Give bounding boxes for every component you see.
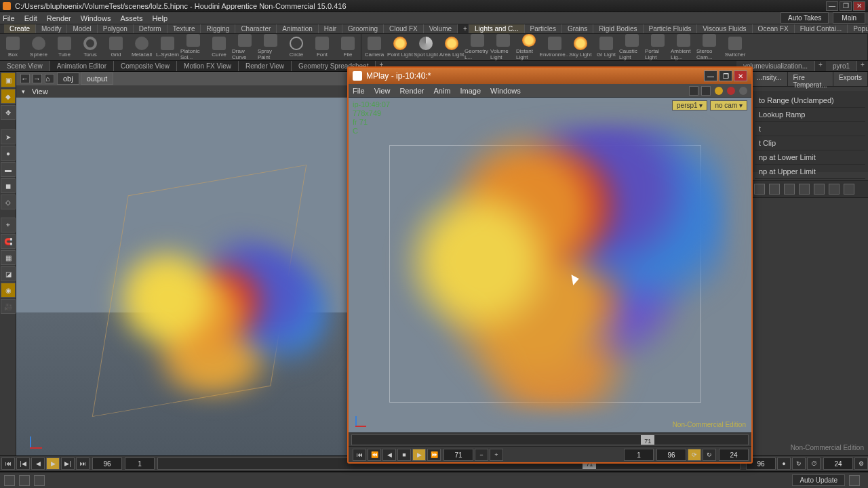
shelf-tab-hair[interactable]: Hair	[319, 24, 342, 33]
crumb-output[interactable]: output	[81, 73, 114, 85]
tool-box[interactable]: Box	[0, 34, 26, 60]
mplay-play-icon[interactable]: ▶	[412, 449, 426, 461]
pane-tab-sceneview[interactable]: Scene View	[0, 61, 50, 71]
snap-tool-icon[interactable]: ⌖	[1, 218, 16, 232]
param-row[interactable]: to Range (Unclamped)	[755, 94, 865, 108]
shelf-tab-grooming[interactable]: Grooming	[342, 24, 384, 33]
mplay-menu-file[interactable]: File	[353, 87, 365, 95]
mplay-fps[interactable]: 24	[719, 449, 749, 461]
tool-tube[interactable]: Tube	[52, 34, 77, 60]
param-row[interactable]: t Clip	[755, 136, 865, 150]
shelf-tab-polygon[interactable]: Polygon	[98, 24, 134, 33]
tl-next-icon[interactable]: ▶|	[61, 458, 75, 470]
tl-start-field[interactable]: 1	[125, 458, 155, 470]
mplay-end[interactable]: 96	[656, 449, 686, 461]
tool-vollight[interactable]: Volume Light	[490, 34, 516, 60]
tl-prevkey-icon[interactable]: |◀	[16, 458, 30, 470]
mplay-status-dot[interactable]	[727, 87, 735, 95]
tl-opts-icon[interactable]: ⚙	[854, 458, 868, 470]
tool-torus[interactable]: Torus	[77, 34, 103, 60]
vertex-tool-icon[interactable]: ◇	[1, 195, 16, 209]
menu-assets[interactable]: Assets	[120, 14, 142, 22]
status-icon[interactable]	[19, 475, 30, 486]
param-icon[interactable]	[799, 184, 810, 195]
shelf-tab-viscous[interactable]: Viscous Fluids	[697, 24, 752, 33]
param-icon[interactable]	[814, 184, 825, 195]
param-row[interactable]: np at Lower Limit	[755, 150, 865, 165]
display-tool-icon[interactable]: ◉	[1, 283, 16, 298]
status-icon[interactable]	[4, 475, 15, 486]
view-label[interactable]: View	[32, 87, 48, 96]
mplay-menu-image[interactable]: Image	[460, 87, 481, 95]
shelf-tab-populate[interactable]: Populate Con...	[848, 24, 868, 33]
tl-loop-icon[interactable]: ↻	[792, 458, 806, 470]
pane-tab-motion[interactable]: Motion FX View	[177, 61, 239, 71]
mplay-tool-icon[interactable]	[689, 86, 698, 96]
mplay-menu-view[interactable]: View	[374, 87, 391, 95]
magnet-tool-icon[interactable]: 🧲	[1, 234, 16, 249]
shelf-tab-modify[interactable]: Modify	[36, 24, 67, 33]
move-tool-icon[interactable]: ✥	[1, 105, 16, 120]
menu-help[interactable]: Help	[152, 14, 167, 22]
mplay-frame-down[interactable]: −	[475, 449, 488, 461]
mplay-tool-icon[interactable]	[701, 86, 711, 96]
take-selector[interactable]: Main	[833, 12, 865, 24]
point-tool-icon[interactable]: ●	[1, 146, 16, 161]
pane-tab-plus2[interactable]: +	[815, 61, 826, 71]
tl-key-icon[interactable]: ●	[777, 458, 791, 470]
render-tool-icon[interactable]: 🎥	[1, 299, 16, 314]
mplay-first-icon[interactable]: ⏮	[353, 449, 366, 461]
status-icon[interactable]	[34, 475, 45, 486]
tool-geolight[interactable]: Geometry L...	[465, 34, 490, 60]
mplay-timeline-thumb[interactable]: 71	[641, 435, 654, 445]
mplay-start[interactable]: 1	[624, 449, 654, 461]
tool-skylight[interactable]: Sky Light	[568, 34, 593, 60]
minimize-button[interactable]: —	[826, 1, 838, 11]
shelf-tab-cloudfx[interactable]: Cloud FX	[384, 24, 424, 33]
tool-spotlight[interactable]: Spot Light	[413, 34, 439, 60]
mplay-prev-icon[interactable]: ◀	[382, 449, 396, 461]
pane-tab-comp[interactable]: Composite View	[114, 61, 177, 71]
tool-sphere[interactable]: Sphere	[26, 34, 52, 60]
param-tab-density[interactable]: ...nsity...	[751, 72, 788, 86]
tool-grid[interactable]: Grid	[103, 34, 129, 60]
tool-switcher[interactable]: Switcher	[722, 34, 748, 60]
mplay-prevkey-icon[interactable]: ⏪	[368, 449, 381, 461]
back-icon[interactable]: ←	[20, 74, 30, 83]
shelf-tab-plus[interactable]: +	[458, 24, 469, 33]
tool-curve[interactable]: Curve	[206, 34, 232, 60]
home-icon[interactable]: ⌂	[45, 74, 54, 83]
view-arrow-icon[interactable]: ▾	[22, 88, 25, 95]
tool-ambient[interactable]: Ambient Lig...	[671, 34, 696, 60]
shelf-tab-volume[interactable]: Volume	[424, 24, 458, 33]
handle-tool-icon[interactable]: ◆	[1, 89, 16, 104]
select-tool-icon[interactable]: ▣	[1, 73, 16, 87]
mplay-status-dot[interactable]	[739, 87, 747, 95]
mplay-window[interactable]: MPlay - ip-10:40:* — ❐ ✕ File View Rende…	[347, 66, 753, 464]
mplay-cur-frame[interactable]: 71	[443, 449, 473, 461]
shelf-tab-grains[interactable]: Grains	[562, 24, 593, 33]
tl-prev-icon[interactable]: ◀	[31, 458, 45, 470]
tl-last-icon[interactable]: ⏭	[76, 458, 90, 470]
menu-edit[interactable]: Edit	[24, 14, 37, 22]
cplane-tool-icon[interactable]: ◪	[1, 266, 16, 281]
tool-platonic[interactable]: Platonic Sol...	[180, 34, 206, 60]
param-icon[interactable]	[784, 184, 795, 195]
tl-play-icon[interactable]: ▶	[46, 458, 60, 470]
tool-arealight[interactable]: Area Light	[439, 34, 465, 60]
shelf-tab-fluidc[interactable]: Fluid Contai...	[795, 24, 848, 33]
tool-envlight[interactable]: Environme...	[542, 34, 568, 60]
mplay-timeline[interactable]: 71	[349, 432, 751, 446]
tool-stereo[interactable]: Stereo Cam...	[696, 34, 722, 60]
shelf-tab-rigging[interactable]: Rigging	[201, 24, 235, 33]
mplay-status-dot[interactable]	[715, 87, 723, 95]
tool-circle[interactable]: Circle	[283, 34, 309, 60]
tl-first-icon[interactable]: ⏮	[1, 458, 15, 470]
tl-fps[interactable]: 24	[823, 458, 853, 470]
prim-tool-icon[interactable]: ◼	[1, 178, 16, 193]
mplay-close[interactable]: ✕	[734, 70, 747, 81]
shelf-tab-pfluids[interactable]: Particle Fluids	[644, 24, 698, 33]
shelf-tab-animation[interactable]: Animation	[277, 24, 318, 33]
tool-caustic[interactable]: Caustic Light	[619, 34, 645, 60]
arrow-tool-icon[interactable]: ➤	[1, 129, 16, 144]
